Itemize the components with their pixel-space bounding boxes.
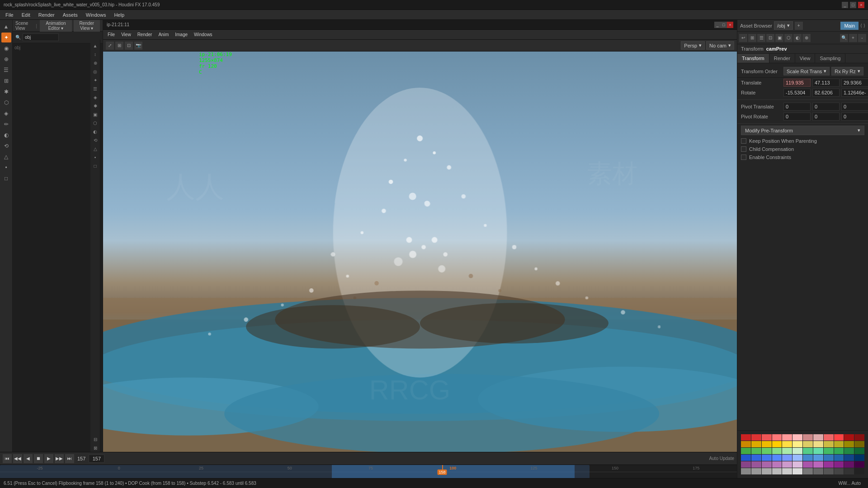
- viewport-canvas[interactable]: 人人 素材 RRCG +: [103, 52, 737, 472]
- palette-color-42[interactable]: [803, 455, 813, 461]
- palette-color-54[interactable]: [803, 461, 813, 468]
- palette-color-36[interactable]: [741, 455, 751, 461]
- tool-5[interactable]: ✦: [91, 76, 99, 84]
- sidebar-rotate-icon[interactable]: ⟲: [1, 141, 11, 151]
- tool-14[interactable]: •: [91, 153, 99, 161]
- palette-color-18[interactable]: [803, 441, 813, 447]
- translate-x-input[interactable]: [783, 79, 811, 87]
- palette-color-31[interactable]: [813, 448, 823, 454]
- bt-play-fwd[interactable]: ▶: [44, 454, 53, 463]
- palette-color-69[interactable]: [834, 468, 844, 474]
- palette-color-51[interactable]: [772, 461, 782, 468]
- palette-color-44[interactable]: [824, 455, 834, 461]
- sidebar-grid-icon[interactable]: ⊞: [1, 76, 11, 86]
- tab-transform[interactable]: Transform: [737, 54, 769, 63]
- palette-color-33[interactable]: [834, 448, 844, 454]
- palette-color-27[interactable]: [772, 448, 782, 454]
- rotate-y-input[interactable]: [812, 89, 840, 97]
- palette-color-0[interactable]: [741, 434, 751, 441]
- palette-color-70[interactable]: [844, 468, 854, 474]
- palette-color-2[interactable]: [762, 434, 772, 441]
- palette-color-38[interactable]: [762, 455, 772, 461]
- sidebar-box-icon[interactable]: □: [1, 174, 11, 183]
- enable-constraints-checkbox[interactable]: [741, 155, 746, 160]
- rp-tb-7[interactable]: ◐: [793, 34, 802, 42]
- palette-color-24[interactable]: [741, 448, 751, 454]
- timeline-track[interactable]: -25 0 25 50 75 100 125 150 175 158: [0, 465, 737, 479]
- sidebar-view-icon[interactable]: ◉: [1, 43, 11, 53]
- palette-color-52[interactable]: [782, 461, 792, 468]
- tool-9[interactable]: ▣: [91, 110, 99, 118]
- menu-edit[interactable]: Edit: [18, 11, 34, 19]
- transform-order-dropdown[interactable]: Scale Rot Trans ▾: [783, 67, 830, 75]
- bt-step-back[interactable]: ◀◀: [13, 454, 22, 463]
- camera-dropdown[interactable]: No cam ▾: [706, 41, 734, 50]
- close-button[interactable]: ×: [858, 2, 864, 8]
- sidebar-active-icon[interactable]: ✦: [1, 33, 11, 42]
- rp-tb-zoom-out[interactable]: -: [858, 34, 866, 42]
- menu-render[interactable]: Render: [35, 11, 58, 19]
- minimize-button[interactable]: _: [842, 2, 848, 8]
- sidebar-list-icon[interactable]: ☰: [1, 65, 11, 75]
- bt-play-back[interactable]: ◀: [24, 454, 33, 463]
- rp-tb-zoom-in[interactable]: +: [849, 34, 857, 42]
- rp-tb-8[interactable]: ⊕: [802, 34, 811, 42]
- palette-color-21[interactable]: [834, 441, 844, 447]
- right-panel-arrows[interactable]: ⟨ ⟩: [860, 23, 865, 28]
- translate-z-input[interactable]: [841, 79, 868, 87]
- sidebar-dot-icon[interactable]: •: [1, 163, 11, 173]
- palette-color-50[interactable]: [762, 461, 772, 468]
- pivot-rz-input[interactable]: [841, 113, 868, 121]
- palette-color-61[interactable]: [751, 468, 761, 474]
- tab-sampling[interactable]: Sampling: [815, 54, 845, 63]
- pivot-ty-input[interactable]: [812, 103, 840, 111]
- palette-color-47[interactable]: [854, 455, 864, 461]
- palette-color-10[interactable]: [844, 434, 854, 441]
- bt-go-start[interactable]: ⏮: [3, 454, 12, 463]
- rp-tb-4[interactable]: ⊡: [766, 34, 774, 42]
- sidebar-star-icon[interactable]: ✱: [1, 87, 11, 97]
- rp-tb-search[interactable]: 🔍: [840, 34, 848, 42]
- palette-color-30[interactable]: [803, 448, 813, 454]
- tab-render[interactable]: Render: [769, 54, 795, 63]
- palette-color-13[interactable]: [751, 441, 761, 447]
- pivot-rx-input[interactable]: [783, 113, 811, 121]
- palette-color-14[interactable]: [762, 441, 772, 447]
- palette-color-43[interactable]: [813, 455, 823, 461]
- palette-color-63[interactable]: [772, 468, 782, 474]
- palette-color-39[interactable]: [772, 455, 782, 461]
- palette-color-66[interactable]: [803, 468, 813, 474]
- palette-color-35[interactable]: [854, 448, 864, 454]
- perspective-dropdown[interactable]: Persp ▾: [681, 41, 705, 50]
- palette-color-56[interactable]: [824, 461, 834, 468]
- mplay-tb-cam[interactable]: 📷: [134, 42, 142, 50]
- palette-color-34[interactable]: [844, 448, 854, 454]
- palette-color-26[interactable]: [762, 448, 772, 454]
- palette-color-29[interactable]: [793, 448, 802, 454]
- tool-bottom-2[interactable]: ⊠: [91, 444, 99, 452]
- pivot-tx-input[interactable]: [783, 103, 811, 111]
- translate-y-input[interactable]: [812, 79, 840, 87]
- tab-view[interactable]: View: [795, 54, 816, 63]
- sidebar-pen-icon[interactable]: ✏: [1, 119, 11, 129]
- palette-color-17[interactable]: [793, 441, 802, 447]
- pivot-ry-input[interactable]: [812, 113, 840, 121]
- tool-select[interactable]: ▲: [91, 42, 99, 50]
- palette-color-45[interactable]: [834, 455, 844, 461]
- palette-color-25[interactable]: [751, 448, 761, 454]
- tool-10[interactable]: ⬡: [91, 119, 99, 127]
- tool-bottom-1[interactable]: ⊟: [91, 435, 99, 443]
- main-tab-btn[interactable]: Main: [840, 22, 859, 30]
- palette-color-64[interactable]: [782, 468, 792, 474]
- sidebar-add-icon[interactable]: ⊕: [1, 54, 11, 64]
- mplay-max-btn[interactable]: □: [721, 22, 727, 28]
- rot-order-dropdown[interactable]: Rx Ry Rz ▾: [831, 67, 863, 75]
- mplay-tb-1[interactable]: ⤢: [106, 42, 114, 50]
- menu-help[interactable]: Help: [110, 11, 128, 19]
- mplay-tb-3[interactable]: ⊡: [125, 42, 133, 50]
- palette-color-65[interactable]: [793, 468, 802, 474]
- mplay-menu-view[interactable]: View: [118, 32, 134, 38]
- palette-color-57[interactable]: [834, 461, 844, 468]
- mplay-close-btn[interactable]: ×: [727, 22, 733, 28]
- palette-color-12[interactable]: [741, 441, 751, 447]
